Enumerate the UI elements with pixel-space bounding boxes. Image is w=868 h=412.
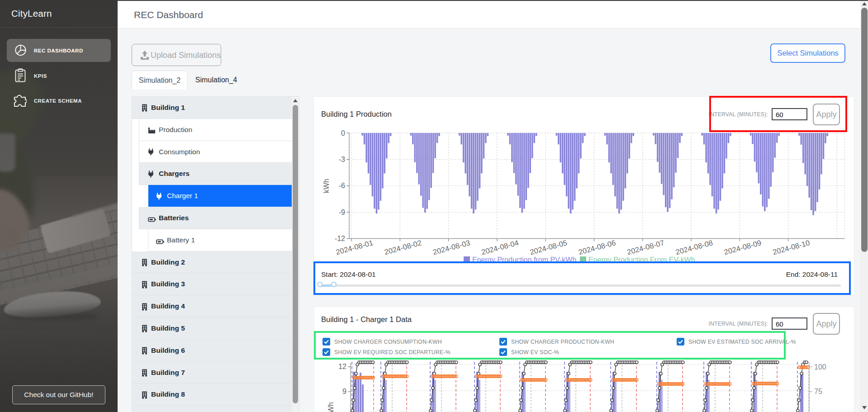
svg-text:12: 12: [338, 363, 346, 370]
svg-text:Energy Production From EV-kWh: Energy Production From EV-kWh: [588, 256, 695, 261]
svg-text:2024-08-03: 2024-08-03: [432, 238, 471, 256]
svg-text:2024-08-08: 2024-08-08: [674, 238, 713, 256]
svg-text:2024-08-05: 2024-08-05: [529, 238, 568, 256]
svg-text:100: 100: [814, 363, 826, 371]
svg-text:-9: -9: [339, 208, 345, 216]
svg-text:2024-08-07: 2024-08-07: [626, 238, 665, 256]
svg-text:-12: -12: [335, 235, 345, 242]
svg-text:kWh: kWh: [323, 179, 330, 193]
svg-text:Energy Production from PV-kWh: Energy Production from PV-kWh: [472, 256, 576, 261]
svg-text:-6: -6: [339, 182, 345, 189]
svg-text:9: 9: [342, 388, 346, 395]
svg-text:2024-08-06: 2024-08-06: [578, 238, 617, 256]
svg-text:2024-08-04: 2024-08-04: [480, 238, 519, 256]
svg-text:kWh: kWh: [327, 402, 335, 412]
svg-text:2024-08-09: 2024-08-09: [723, 238, 762, 256]
svg-text:-3: -3: [339, 156, 345, 163]
svg-text:2024-08-02: 2024-08-02: [384, 238, 422, 256]
svg-text:75: 75: [814, 388, 822, 395]
svg-text:2024-08-10: 2024-08-10: [772, 238, 811, 256]
svg-text:0: 0: [341, 129, 345, 137]
